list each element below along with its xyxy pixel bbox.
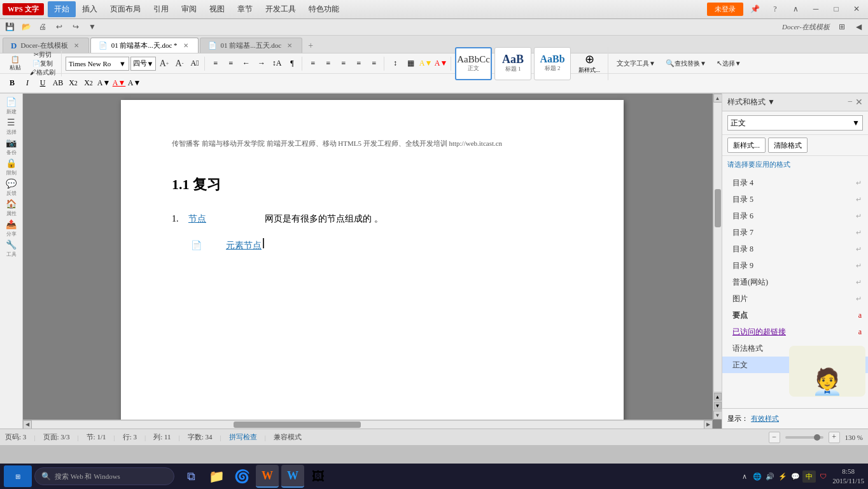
scroll-thumb[interactable] [715, 189, 721, 227]
zoom-slider[interactable] [785, 436, 823, 439]
style-item-highlight[interactable]: 要点 a [722, 307, 868, 323]
superscript-button[interactable]: X2 [66, 76, 80, 90]
feedback-button[interactable]: 💬 反馈 [2, 178, 21, 197]
style-item-normal-web[interactable]: 普通(网站) ↵ [722, 274, 868, 290]
style-item-mulu4[interactable]: 目录 4 ↵ [722, 174, 868, 191]
list-bullet-button[interactable]: ≡ [209, 57, 223, 71]
styles-panel-close[interactable]: ✕ [855, 97, 863, 108]
scroll-down-button[interactable]: ▼ [713, 411, 722, 420]
maximize-button[interactable]: □ [827, 3, 845, 17]
borders-button[interactable]: ▦ [403, 57, 417, 71]
copy-button[interactable]: 📄 复制 [27, 60, 59, 67]
h-scroll-right-button[interactable]: ▶ [704, 420, 713, 429]
current-style-selector[interactable]: 正文 ▼ [727, 115, 863, 131]
styles-panel-collapse[interactable]: − [848, 97, 853, 108]
tab-docer-close[interactable]: ✕ [72, 41, 81, 50]
clear-format-button[interactable]: 清除格式 [768, 138, 808, 153]
ime-button[interactable]: 中 [802, 471, 816, 483]
start-button[interactable]: ⊞ [4, 465, 32, 487]
scroll-prev-page[interactable]: ▲ [714, 393, 722, 400]
menu-view[interactable]: 视图 [203, 1, 231, 17]
zoom-level-label[interactable]: 130 % [845, 434, 863, 441]
tray-network[interactable]: 🌐 [752, 471, 763, 482]
tab-scroll-left[interactable]: ◀ [851, 21, 865, 34]
new-doc-button[interactable]: 📄 新建 [2, 96, 21, 115]
open-button[interactable]: 📂 [19, 21, 33, 34]
backup-button[interactable]: 📷 备份 [2, 137, 21, 156]
align-right-button[interactable]: ≡ [337, 57, 351, 71]
menu-review[interactable]: 审阅 [175, 1, 203, 17]
tray-battery[interactable]: ⚡ [777, 471, 788, 482]
taskview-button[interactable]: ⧉ [179, 465, 202, 488]
text-background-button[interactable]: A▼ [127, 76, 141, 90]
font-color-button[interactable]: A▼ [434, 57, 448, 71]
font-color-highlight-button[interactable]: A▼ [97, 76, 111, 90]
align-center-button[interactable]: ≡ [321, 57, 335, 71]
style-item-mulu8[interactable]: 目录 8 ↵ [722, 241, 868, 257]
show-marks-button[interactable]: ¶ [285, 57, 299, 71]
font-name-selector[interactable]: Times New Ro ▼ [66, 57, 129, 71]
display-value[interactable]: 有效样式 [751, 414, 779, 423]
h-scroll-thumb[interactable] [234, 422, 361, 428]
tray-message[interactable]: 💬 [790, 471, 801, 482]
tab-doc2-close[interactable]: ✕ [285, 41, 294, 50]
save-button[interactable]: 💾 [3, 21, 17, 34]
text-effects-button[interactable]: A⃝ [188, 57, 202, 71]
scroll-up-button[interactable]: ▲ [713, 94, 722, 103]
minimize-button[interactable]: ─ [807, 3, 825, 17]
quick-access-more[interactable]: ▼ [85, 21, 99, 34]
login-button[interactable]: 未登录 [707, 3, 743, 16]
paste-button[interactable]: 📋 粘贴 [5, 55, 25, 73]
share-button[interactable]: 📤 分享 [2, 218, 21, 237]
style-item-mulu6[interactable]: 目录 6 ↵ [722, 208, 868, 224]
shading-button[interactable]: A▼ [419, 57, 433, 71]
sort-button[interactable]: ↕A [270, 57, 284, 71]
tab-doc1[interactable]: 📄 01 前端基本...天.doc * ✕ [90, 38, 199, 53]
kingsoft-app-button[interactable]: 🌀 [230, 465, 253, 488]
document-scroll[interactable]: 传智播客 前端与移动开发学院 前端开发工程师、移动 HTML5 开发工程师、全线… [23, 94, 722, 429]
increase-font-button[interactable]: A+ [157, 57, 171, 71]
zoom-handle[interactable] [814, 434, 820, 441]
menu-ref[interactable]: 引用 [147, 1, 175, 17]
style-item-mulu5[interactable]: 目录 5 ↵ [722, 191, 868, 208]
find-replace-button[interactable]: 🔍 查找替换▼ [661, 56, 711, 71]
close-button[interactable]: ✕ [848, 3, 865, 17]
search-bar[interactable]: 🔍 搜索 Web 和 Windows [34, 467, 174, 485]
menu-chapter[interactable]: 章节 [231, 1, 259, 17]
menu-special[interactable]: 特色功能 [302, 1, 346, 17]
horizontal-scrollbar[interactable]: ◀ ▶ [23, 420, 713, 429]
h-scroll-track[interactable] [32, 421, 704, 429]
strikethrough-button[interactable]: AB [51, 76, 65, 90]
tray-volume[interactable]: 🔊 [764, 471, 776, 482]
menu-insert[interactable]: 插入 [76, 1, 104, 17]
distributed-button[interactable]: ≡ [367, 57, 381, 71]
help-button[interactable]: ? [766, 3, 784, 17]
tray-security[interactable]: 🛡 [817, 471, 829, 482]
subscript-button[interactable]: X2 [81, 76, 95, 90]
print-button[interactable]: 🖨 [36, 21, 50, 34]
new-tab-button[interactable]: + [304, 39, 318, 53]
document-page[interactable]: 传智播客 前端与移动开发学院 前端开发工程师、移动 HTML5 开发工程师、全线… [121, 100, 624, 429]
style-item-mulu7[interactable]: 目录 7 ↵ [722, 224, 868, 241]
style-item-visited-link[interactable]: 已访问的超链接 a [722, 323, 868, 340]
text-color-button[interactable]: A▼ [112, 76, 126, 90]
tab-doc2[interactable]: 📄 01 前端基...五天.doc ✕ [200, 38, 303, 53]
zoom-out-button[interactable]: − [769, 432, 780, 443]
pin-button[interactable]: 📌 [746, 3, 764, 17]
style-heading2-button[interactable]: AaBb 标题 2 [534, 47, 571, 80]
format-paint-button[interactable]: 🖌 格式刷 [27, 69, 59, 76]
style-heading1-button[interactable]: AaB 标题 1 [494, 47, 531, 80]
scroll-track[interactable] [714, 103, 722, 392]
new-style-dropdown-button[interactable]: ⊕ 新样式... [573, 47, 605, 80]
menu-start[interactable]: 开始 [48, 1, 76, 17]
h-scroll-left-button[interactable]: ◀ [23, 420, 32, 429]
list-number-button[interactable]: ≡ [224, 57, 238, 71]
wps-app2-button[interactable]: W [281, 465, 304, 488]
properties-button[interactable]: 🏠 属性 [2, 198, 21, 217]
scroll-next-page[interactable]: ▼ [714, 402, 722, 409]
wps-logo[interactable]: WPS 文字 [3, 3, 44, 15]
restrict-button[interactable]: 🔒 限制 [2, 157, 21, 176]
italic-button[interactable]: I [20, 76, 34, 90]
align-justify-button[interactable]: ≡ [352, 57, 366, 71]
zoom-in-button[interactable]: + [829, 432, 840, 443]
